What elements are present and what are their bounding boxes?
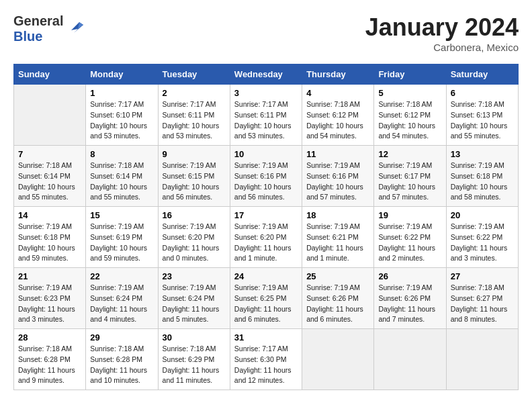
calendar-cell: 8Sunrise: 7:18 AMSunset: 6:14 PMDaylight… bbox=[86, 146, 158, 207]
calendar-cell: 21Sunrise: 7:19 AMSunset: 6:23 PMDayligh… bbox=[14, 268, 86, 329]
calendar-week-4: 21Sunrise: 7:19 AMSunset: 6:23 PMDayligh… bbox=[14, 268, 519, 329]
day-info: Sunrise: 7:19 AMSunset: 6:17 PMDaylight:… bbox=[378, 161, 441, 203]
calendar-cell: 26Sunrise: 7:19 AMSunset: 6:26 PMDayligh… bbox=[374, 268, 446, 329]
day-number: 6 bbox=[451, 88, 514, 98]
day-number: 30 bbox=[163, 332, 226, 342]
day-number: 24 bbox=[234, 271, 298, 281]
calendar-cell: 6Sunrise: 7:18 AMSunset: 6:13 PMDaylight… bbox=[446, 85, 518, 146]
calendar-cell: 28Sunrise: 7:18 AMSunset: 6:28 PMDayligh… bbox=[14, 329, 86, 390]
day-info: Sunrise: 7:19 AMSunset: 6:16 PMDaylight:… bbox=[234, 161, 298, 203]
day-info: Sunrise: 7:19 AMSunset: 6:25 PMDaylight:… bbox=[234, 283, 298, 325]
day-number: 17 bbox=[234, 210, 298, 220]
calendar-cell: 4Sunrise: 7:18 AMSunset: 6:12 PMDaylight… bbox=[302, 85, 374, 146]
day-number: 3 bbox=[234, 88, 298, 98]
day-info: Sunrise: 7:18 AMSunset: 6:14 PMDaylight:… bbox=[18, 161, 81, 203]
calendar-week-3: 14Sunrise: 7:19 AMSunset: 6:18 PMDayligh… bbox=[14, 207, 519, 268]
calendar-week-2: 7Sunrise: 7:18 AMSunset: 6:14 PMDaylight… bbox=[14, 146, 519, 207]
calendar-cell: 31Sunrise: 7:17 AMSunset: 6:30 PMDayligh… bbox=[230, 329, 302, 390]
month-title: January 2024 bbox=[365, 13, 519, 42]
calendar-header: SundayMondayTuesdayWednesdayThursdayFrid… bbox=[14, 64, 519, 85]
day-info: Sunrise: 7:18 AMSunset: 6:13 PMDaylight:… bbox=[451, 99, 514, 142]
day-number: 23 bbox=[163, 271, 226, 281]
calendar-cell: 22Sunrise: 7:19 AMSunset: 6:24 PMDayligh… bbox=[86, 268, 158, 329]
logo-bird-icon bbox=[64, 19, 83, 38]
day-info: Sunrise: 7:18 AMSunset: 6:28 PMDaylight:… bbox=[18, 344, 81, 386]
logo-blue: Blue bbox=[13, 29, 42, 44]
day-number: 18 bbox=[306, 210, 369, 220]
day-number: 21 bbox=[18, 271, 81, 281]
day-info: Sunrise: 7:19 AMSunset: 6:16 PMDaylight:… bbox=[306, 161, 369, 203]
calendar-cell: 18Sunrise: 7:19 AMSunset: 6:21 PMDayligh… bbox=[302, 207, 374, 268]
logo-text: General Blue bbox=[13, 13, 63, 44]
weekday-header-saturday: Saturday bbox=[446, 64, 518, 85]
day-info: Sunrise: 7:19 AMSunset: 6:23 PMDaylight:… bbox=[18, 283, 81, 325]
day-info: Sunrise: 7:18 AMSunset: 6:27 PMDaylight:… bbox=[451, 283, 514, 325]
day-number: 16 bbox=[163, 210, 226, 220]
day-info: Sunrise: 7:18 AMSunset: 6:12 PMDaylight:… bbox=[306, 99, 369, 142]
calendar-cell: 3Sunrise: 7:17 AMSunset: 6:11 PMDaylight… bbox=[230, 85, 302, 146]
calendar-cell: 19Sunrise: 7:19 AMSunset: 6:22 PMDayligh… bbox=[374, 207, 446, 268]
calendar-cell: 29Sunrise: 7:18 AMSunset: 6:28 PMDayligh… bbox=[86, 329, 158, 390]
day-number: 27 bbox=[451, 271, 514, 281]
calendar-cell bbox=[14, 85, 86, 146]
day-info: Sunrise: 7:19 AMSunset: 6:26 PMDaylight:… bbox=[306, 283, 369, 325]
logo: General Blue bbox=[13, 13, 83, 44]
day-number: 5 bbox=[378, 88, 441, 98]
calendar-cell: 5Sunrise: 7:18 AMSunset: 6:12 PMDaylight… bbox=[374, 85, 446, 146]
day-info: Sunrise: 7:19 AMSunset: 6:20 PMDaylight:… bbox=[163, 222, 226, 264]
day-number: 10 bbox=[234, 149, 298, 159]
day-number: 15 bbox=[90, 210, 153, 220]
calendar-cell: 10Sunrise: 7:19 AMSunset: 6:16 PMDayligh… bbox=[230, 146, 302, 207]
day-info: Sunrise: 7:19 AMSunset: 6:19 PMDaylight:… bbox=[90, 222, 153, 264]
calendar-cell: 25Sunrise: 7:19 AMSunset: 6:26 PMDayligh… bbox=[302, 268, 374, 329]
weekday-header-friday: Friday bbox=[374, 64, 446, 85]
day-info: Sunrise: 7:18 AMSunset: 6:29 PMDaylight:… bbox=[163, 344, 226, 386]
calendar-cell: 13Sunrise: 7:19 AMSunset: 6:18 PMDayligh… bbox=[446, 146, 518, 207]
day-info: Sunrise: 7:19 AMSunset: 6:26 PMDaylight:… bbox=[378, 283, 441, 325]
calendar-cell: 23Sunrise: 7:19 AMSunset: 6:24 PMDayligh… bbox=[158, 268, 230, 329]
weekday-header-tuesday: Tuesday bbox=[158, 64, 230, 85]
calendar-body: 1Sunrise: 7:17 AMSunset: 6:10 PMDaylight… bbox=[14, 85, 519, 390]
day-info: Sunrise: 7:19 AMSunset: 6:18 PMDaylight:… bbox=[451, 161, 514, 203]
calendar-week-5: 28Sunrise: 7:18 AMSunset: 6:28 PMDayligh… bbox=[14, 329, 519, 390]
day-info: Sunrise: 7:19 AMSunset: 6:22 PMDaylight:… bbox=[378, 222, 441, 264]
calendar-cell: 11Sunrise: 7:19 AMSunset: 6:16 PMDayligh… bbox=[302, 146, 374, 207]
calendar-cell: 17Sunrise: 7:19 AMSunset: 6:20 PMDayligh… bbox=[230, 207, 302, 268]
day-info: Sunrise: 7:17 AMSunset: 6:11 PMDaylight:… bbox=[234, 99, 298, 142]
day-number: 26 bbox=[378, 271, 441, 281]
day-number: 22 bbox=[90, 271, 153, 281]
calendar-cell: 30Sunrise: 7:18 AMSunset: 6:29 PMDayligh… bbox=[158, 329, 230, 390]
day-info: Sunrise: 7:18 AMSunset: 6:28 PMDaylight:… bbox=[90, 344, 153, 386]
day-number: 19 bbox=[378, 210, 441, 220]
weekday-header-row: SundayMondayTuesdayWednesdayThursdayFrid… bbox=[14, 64, 519, 85]
day-info: Sunrise: 7:17 AMSunset: 6:11 PMDaylight:… bbox=[163, 99, 226, 142]
weekday-header-sunday: Sunday bbox=[14, 64, 86, 85]
day-info: Sunrise: 7:17 AMSunset: 6:30 PMDaylight:… bbox=[234, 344, 298, 386]
day-number: 11 bbox=[306, 149, 369, 159]
day-info: Sunrise: 7:19 AMSunset: 6:15 PMDaylight:… bbox=[163, 161, 226, 203]
day-number: 31 bbox=[234, 332, 298, 342]
day-number: 20 bbox=[451, 210, 514, 220]
day-info: Sunrise: 7:19 AMSunset: 6:20 PMDaylight:… bbox=[234, 222, 298, 264]
day-number: 4 bbox=[306, 88, 369, 98]
day-info: Sunrise: 7:19 AMSunset: 6:24 PMDaylight:… bbox=[163, 283, 226, 325]
day-number: 29 bbox=[90, 332, 153, 342]
title-section: January 2024 Carbonera, Mexico bbox=[365, 13, 519, 53]
day-info: Sunrise: 7:19 AMSunset: 6:18 PMDaylight:… bbox=[18, 222, 81, 264]
day-number: 14 bbox=[18, 210, 81, 220]
calendar-cell bbox=[302, 329, 374, 390]
calendar-cell: 12Sunrise: 7:19 AMSunset: 6:17 PMDayligh… bbox=[374, 146, 446, 207]
day-info: Sunrise: 7:17 AMSunset: 6:10 PMDaylight:… bbox=[90, 99, 153, 142]
calendar-cell: 1Sunrise: 7:17 AMSunset: 6:10 PMDaylight… bbox=[86, 85, 158, 146]
day-info: Sunrise: 7:18 AMSunset: 6:14 PMDaylight:… bbox=[90, 161, 153, 203]
weekday-header-monday: Monday bbox=[86, 64, 158, 85]
calendar-week-1: 1Sunrise: 7:17 AMSunset: 6:10 PMDaylight… bbox=[14, 85, 519, 146]
day-number: 2 bbox=[163, 88, 226, 98]
weekday-header-thursday: Thursday bbox=[302, 64, 374, 85]
logo-general: General bbox=[13, 13, 63, 28]
day-number: 7 bbox=[18, 149, 81, 159]
header: General Blue January 2024 Carbonera, Mex… bbox=[13, 13, 519, 53]
day-info: Sunrise: 7:19 AMSunset: 6:24 PMDaylight:… bbox=[90, 283, 153, 325]
calendar-cell: 7Sunrise: 7:18 AMSunset: 6:14 PMDaylight… bbox=[14, 146, 86, 207]
day-number: 1 bbox=[90, 88, 153, 98]
